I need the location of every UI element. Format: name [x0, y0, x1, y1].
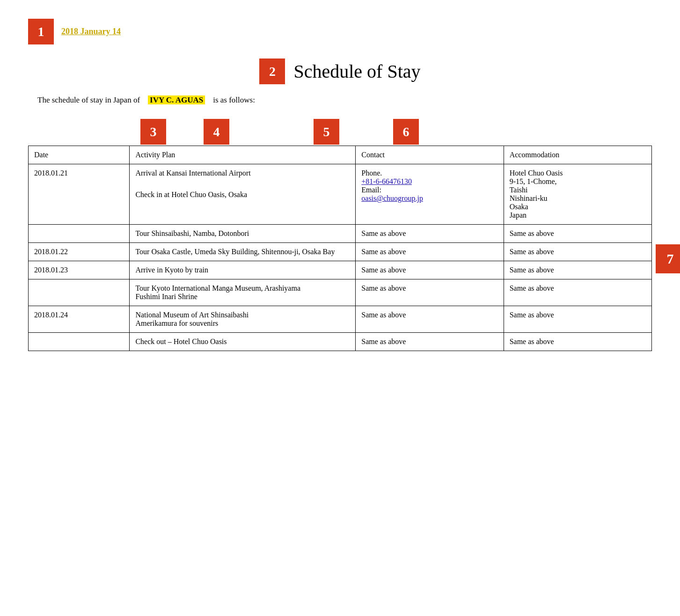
cell-date: 2018.01.24 [29, 306, 130, 333]
cell-accommodation: Same as above [504, 225, 651, 243]
traveler-name: IVY C. AGUAS [148, 95, 205, 104]
cell-accommodation: Same as above [504, 279, 651, 306]
cell-accommodation: Same as above [504, 333, 651, 351]
intro-post: is as follows: [213, 95, 255, 104]
cell-activity: Tour Kyoto International Manga Museum, A… [130, 279, 356, 306]
cell-contact: Same as above [356, 261, 504, 279]
badge-5: 5 [314, 119, 339, 145]
cell-date [29, 333, 130, 351]
cell-contact: Same as above [356, 243, 504, 261]
table-row: Tour Shinsaibashi, Namba, DotonboriSame … [29, 225, 652, 243]
badge-6: 6 [393, 119, 419, 145]
cell-date: 2018.01.22 [29, 243, 130, 261]
table-row: 2018.01.21Arrival at Kansai Internationa… [29, 164, 652, 225]
col-header-date: Date [29, 146, 130, 164]
table-row: Tour Kyoto International Manga Museum, A… [29, 279, 652, 306]
cell-activity: Check out – Hotel Chuo Oasis [130, 333, 356, 351]
cell-activity: Tour Shinsaibashi, Namba, Dotonbori [130, 225, 356, 243]
table-wrapper: Date Activity Plan Contact Accommodation… [28, 146, 652, 351]
intro-text: The schedule of stay in Japan of IVY C. … [37, 95, 652, 105]
cell-activity: Arrival at Kansai International AirportC… [130, 164, 356, 225]
intro-pre: The schedule of stay in Japan of [37, 95, 140, 104]
cell-contact: Same as above [356, 225, 504, 243]
cell-accommodation: Same as above [504, 243, 651, 261]
badge-1: 1 [28, 19, 54, 44]
badge-2: 2 [259, 59, 285, 84]
cell-date [29, 279, 130, 306]
cell-activity: Tour Osaka Castle, Umeda Sky Building, S… [130, 243, 356, 261]
col-header-activity: Activity Plan [130, 146, 356, 164]
table-row: 2018.01.22Tour Osaka Castle, Umeda Sky B… [29, 243, 652, 261]
cell-contact: Same as above [356, 279, 504, 306]
cell-activity: Arrive in Kyoto by train [130, 261, 356, 279]
cell-accommodation: Hotel Chuo Oasis9-15, 1-Chome,TaishiNish… [504, 164, 651, 225]
cell-date: 2018.01.23 [29, 261, 130, 279]
table-row: 2018.01.23Arrive in Kyoto by trainSame a… [29, 261, 652, 279]
document-date: 2018 January 14 [61, 27, 121, 37]
cell-date [29, 225, 130, 243]
cell-contact: Same as above [356, 333, 504, 351]
page-title: Schedule of Stay [293, 60, 420, 82]
col-header-accommodation: Accommodation [504, 146, 651, 164]
column-badge-row: 3 4 5 6 [28, 119, 652, 145]
badge-3: 3 [140, 119, 166, 145]
cell-contact: Phone.+81-6-66476130Email:oasis@chuogrou… [356, 164, 504, 225]
cell-contact: Same as above [356, 306, 504, 333]
email-link[interactable]: oasis@chuogroup.jp [361, 194, 423, 202]
cell-activity: National Museum of Art ShinsaibashiAmeri… [130, 306, 356, 333]
phone-link[interactable]: +81-6-66476130 [361, 177, 497, 186]
cell-date: 2018.01.21 [29, 164, 130, 225]
col-header-contact: Contact [356, 146, 504, 164]
badge-7: 7 [656, 244, 680, 273]
badge-4: 4 [204, 119, 229, 145]
schedule-table: Date Activity Plan Contact Accommodation… [28, 146, 652, 351]
cell-accommodation: Same as above [504, 306, 651, 333]
table-row: 2018.01.24National Museum of Art Shinsai… [29, 306, 652, 333]
cell-accommodation: Same as above [504, 261, 651, 279]
table-header-row: Date Activity Plan Contact Accommodation [29, 146, 652, 164]
table-row: Check out – Hotel Chuo OasisSame as abov… [29, 333, 652, 351]
